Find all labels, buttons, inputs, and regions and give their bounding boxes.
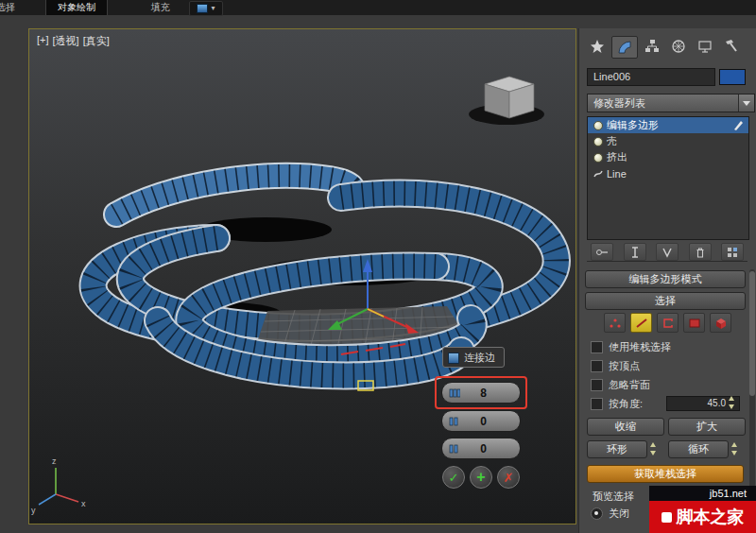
viewport-shading-menu[interactable]: [真实] [83, 34, 110, 48]
ring-button[interactable]: 环形 [587, 440, 647, 458]
modifier-list-label: 修改器列表 [593, 97, 645, 109]
viewcube[interactable] [469, 77, 544, 125]
by-angle-row[interactable]: 按角度: [591, 397, 643, 411]
chevron-down-icon: ▾ [211, 5, 215, 12]
remove-modifier-button[interactable] [689, 243, 712, 261]
checkbox-icon[interactable] [591, 379, 603, 391]
configure-sets-icon [726, 246, 739, 259]
ribbon-tab-bar: 选择 对象绘制 填充 ▾ [0, 0, 756, 15]
edge-mode-button[interactable] [630, 313, 652, 333]
rollout-edit-poly-mode[interactable]: 编辑多边形模式 [585, 270, 746, 288]
spline-icon [593, 170, 603, 178]
rollout-selection[interactable]: 选择 [585, 292, 746, 310]
angle-spinner[interactable] [727, 395, 737, 410]
scrollbar-thumb[interactable] [749, 271, 755, 396]
slide-value: 0 [460, 442, 507, 456]
stack-toolbar [587, 243, 747, 262]
preview-off-radio-row[interactable]: 关闭 [591, 507, 629, 521]
site-watermark: jb51.net 脚本之家 [649, 486, 756, 533]
caddy-apply-button[interactable]: + [470, 466, 492, 489]
ring-shift-spinner[interactable] [648, 441, 659, 456]
modifier-list-dropdown[interactable]: 修改器列表 [587, 94, 755, 112]
utilities-icon [723, 38, 740, 55]
border-icon [661, 317, 676, 330]
stack-row-label: 挤出 [607, 150, 627, 164]
use-stack-selection-row[interactable]: 使用堆栈选择 [591, 340, 671, 354]
tab-hierarchy[interactable] [640, 36, 664, 57]
caddy-ok-button[interactable]: ✓ [442, 466, 465, 489]
object-name-field[interactable]: Line006 [587, 68, 715, 86]
edge-icon [634, 317, 649, 330]
radio-icon[interactable] [591, 507, 603, 520]
polygon-icon [687, 317, 702, 330]
create-icon [589, 38, 606, 55]
ribbon-tab-label: 填充 [151, 2, 170, 12]
pin-stack-button[interactable] [591, 243, 613, 261]
show-end-result-icon [628, 246, 642, 259]
ribbon-tab-populate[interactable]: 填充 [140, 0, 181, 15]
stack-row-extrude[interactable]: 挤出 [588, 149, 748, 165]
make-unique-icon [661, 246, 674, 259]
tab-create[interactable] [585, 36, 610, 57]
motion-icon [670, 38, 687, 55]
tab-utilities[interactable] [719, 36, 744, 57]
ignore-backfacing-row[interactable]: 忽略背面 [591, 378, 650, 392]
ribbon-tab-label: 对象绘制 [58, 2, 95, 12]
configure-modifier-sets-button[interactable] [721, 243, 744, 261]
viewport-general-menu[interactable]: [+] [37, 34, 49, 48]
get-stack-selection-button[interactable]: 获取堆栈选择 [587, 465, 744, 483]
modify-icon [616, 39, 633, 56]
ribbon-tab-object-paint[interactable]: 对象绘制 [45, 0, 108, 15]
viewport-menus: [+] [透视] [真实] [37, 34, 110, 48]
show-end-result-button[interactable] [624, 243, 646, 261]
pinch-spinner[interactable]: 0 [441, 410, 521, 432]
tab-motion[interactable] [666, 36, 691, 57]
polygon-mode-button[interactable] [683, 313, 705, 333]
perspective-viewport[interactable]: [+] [透视] [真实] [28, 28, 576, 524]
checkbox-icon[interactable] [591, 341, 603, 353]
shrink-button[interactable]: 收缩 [587, 418, 664, 436]
loop-button[interactable]: 循环 [668, 440, 729, 458]
axis-y-label: y [31, 506, 36, 515]
border-mode-button[interactable] [657, 313, 679, 333]
loop-shift-spinner[interactable] [730, 441, 740, 456]
lightbulb-icon[interactable] [593, 121, 603, 130]
stack-row-line[interactable]: Line [588, 165, 748, 181]
tab-display[interactable] [693, 36, 717, 57]
display-icon [696, 38, 713, 55]
stack-row-label: 壳 [607, 134, 617, 148]
radio-label: 关闭 [609, 507, 629, 521]
caddy-cancel-button[interactable]: ✗ [497, 466, 520, 489]
preview-selection-label: 预览选择 [593, 490, 634, 504]
monitor-icon [197, 4, 208, 13]
brush-icon [732, 119, 745, 131]
modifier-stack: 编辑多边形 壳 挤出 Line [587, 116, 749, 240]
ribbon-tab-label: 选择 [0, 2, 15, 12]
lightbulb-icon[interactable] [593, 137, 603, 146]
lightbulb-icon[interactable] [593, 153, 603, 163]
grow-button[interactable]: 扩大 [668, 418, 746, 436]
tooltip-text: 连接边 [464, 352, 495, 363]
ribbon-display-toggle[interactable]: ▾ [189, 1, 223, 16]
plus-icon: + [476, 469, 485, 486]
tab-modify[interactable] [611, 36, 638, 59]
make-unique-button[interactable] [656, 243, 679, 261]
axis-x-label: x [81, 499, 86, 508]
slide-spinner[interactable]: 0 [441, 438, 521, 459]
checkbox-label: 忽略背面 [609, 378, 650, 392]
element-mode-button[interactable] [710, 313, 731, 333]
checkbox-icon[interactable] [591, 360, 603, 372]
check-icon: ✓ [449, 471, 459, 485]
viewport-pov-menu[interactable]: [透视] [53, 34, 79, 48]
object-color-swatch[interactable] [719, 69, 746, 85]
watermark-logo-icon [662, 512, 672, 523]
stack-row-edit-poly[interactable]: 编辑多边形 [588, 117, 748, 133]
ribbon-tab-select[interactable]: 选择 [0, 0, 26, 15]
vertex-mode-button[interactable] [604, 313, 626, 333]
stack-row-shell[interactable]: 壳 [588, 133, 748, 149]
watermark-brand-text: 脚本之家 [677, 506, 745, 528]
checkbox-icon[interactable] [591, 398, 603, 410]
element-icon [713, 317, 729, 330]
by-vertex-row[interactable]: 按顶点 [591, 359, 640, 373]
pinch-value: 0 [460, 415, 507, 428]
